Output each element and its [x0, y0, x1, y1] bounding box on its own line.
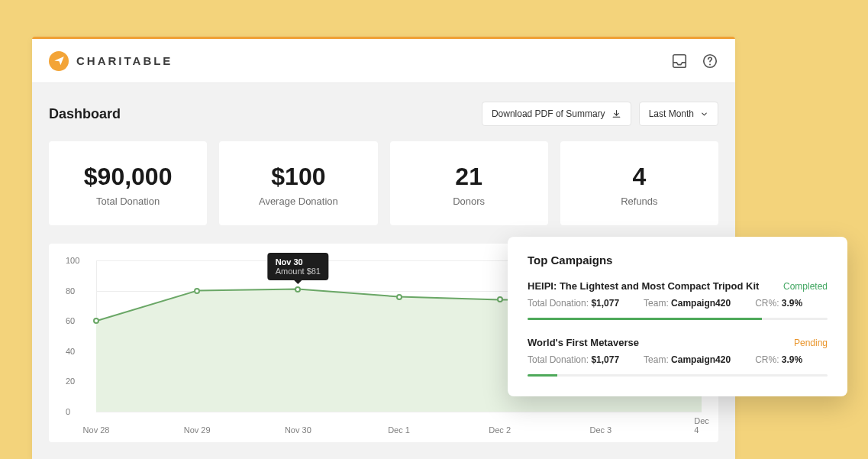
stat-label: Donors — [398, 196, 540, 207]
campaign-cr: CR%: 3.9% — [755, 354, 802, 365]
chart-x-tick: Dec 2 — [489, 425, 511, 435]
campaign-item[interactable]: HEIPI: The Lightest and Most Compact Tri… — [528, 280, 828, 320]
chart-point[interactable] — [497, 296, 503, 302]
chart-tooltip: Nov 30Amount $81 — [268, 253, 328, 280]
stat-value: 21 — [398, 163, 540, 191]
stat-value: $100 — [227, 163, 369, 191]
chart-tooltip-subtitle: Amount $81 — [276, 267, 321, 276]
campaign-donation: Total Donation: $1,077 — [528, 354, 619, 365]
chevron-down-icon — [700, 110, 708, 118]
stat-label: Average Donation — [227, 196, 369, 207]
brand: CHARITABLE — [49, 51, 173, 71]
top-campaigns-title: Top Campaigns — [528, 254, 828, 267]
dashboard-header: Dashboard Download PDF of Summary Last M… — [32, 83, 735, 141]
download-icon — [611, 109, 621, 119]
page-title: Dashboard — [49, 106, 121, 122]
top-campaigns-card: Top Campaigns HEIPI: The Lightest and Mo… — [508, 237, 847, 396]
stat-card-total-donation: $90,000 Total Donation — [49, 141, 207, 225]
campaign-team: Team: Campaign420 — [644, 298, 731, 309]
dashboard-actions: Download PDF of Summary Last Month — [482, 102, 718, 126]
stat-card-donors: 21 Donors — [390, 141, 548, 225]
help-icon[interactable] — [702, 53, 718, 69]
chart-point[interactable] — [93, 318, 99, 324]
chart-x-tick: Dec 4 — [694, 416, 709, 435]
chart-x-tick: Nov 29 — [184, 425, 211, 435]
inbox-icon[interactable] — [671, 53, 688, 69]
svg-point-2 — [709, 63, 711, 65]
download-pdf-button[interactable]: Download PDF of Summary — [482, 102, 631, 126]
brand-name: CHARITABLE — [76, 54, 173, 67]
download-pdf-label: Download PDF of Summary — [492, 108, 605, 119]
campaign-name: World's First Metaverse — [528, 337, 639, 348]
stat-value: $90,000 — [56, 163, 199, 191]
campaign-item[interactable]: World's First MetaversePendingTotal Dona… — [528, 337, 828, 377]
chart-x-tick: Dec 3 — [589, 425, 611, 435]
header-actions — [671, 53, 718, 69]
chart-x-tick: Dec 1 — [388, 425, 410, 435]
stat-label: Refunds — [568, 196, 711, 207]
campaign-progress — [528, 374, 828, 377]
stat-cards: $90,000 Total Donation $100 Average Dona… — [32, 141, 735, 225]
campaign-donation: Total Donation: $1,077 — [528, 298, 619, 309]
date-range-label: Last Month — [649, 108, 694, 119]
svg-rect-0 — [673, 54, 686, 67]
campaign-meta: Total Donation: $1,077Team: Campaign420C… — [528, 298, 828, 309]
campaign-progress — [528, 318, 828, 320]
campaign-cr: CR%: 3.9% — [755, 298, 802, 309]
campaign-team: Team: Campaign420 — [644, 354, 731, 365]
app-header: CHARITABLE — [32, 39, 735, 83]
chart-tooltip-title: Nov 30 — [276, 257, 321, 267]
campaign-name: HEIPI: The Lightest and Most Compact Tri… — [528, 280, 759, 292]
chart-x-tick: Nov 28 — [83, 425, 110, 435]
chart-point[interactable] — [396, 294, 402, 300]
stat-value: 4 — [568, 163, 711, 191]
brand-logo — [49, 51, 69, 71]
chart-point[interactable] — [194, 288, 200, 294]
stat-label: Total Donation — [56, 196, 199, 207]
campaign-status: Pending — [794, 338, 828, 348]
campaign-status: Completed — [783, 281, 828, 292]
campaign-meta: Total Donation: $1,077Team: Campaign420C… — [528, 354, 828, 365]
chart-x-tick: Nov 30 — [285, 425, 311, 435]
date-range-select[interactable]: Last Month — [639, 102, 718, 126]
stat-card-refunds: 4 Refunds — [560, 141, 718, 225]
paper-plane-icon — [53, 55, 65, 66]
stat-card-average-donation: $100 Average Donation — [219, 141, 377, 225]
